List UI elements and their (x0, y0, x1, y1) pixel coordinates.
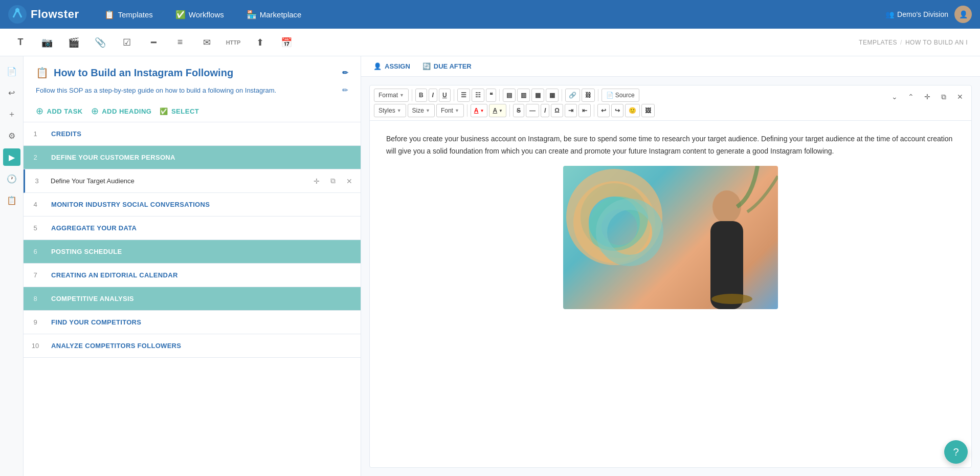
panel-title: 📋 How to Build an Instagram Following ✏ (36, 67, 348, 79)
source-button[interactable]: 📄 Source (602, 89, 639, 102)
collapse-down-button[interactable]: ⌄ (887, 90, 902, 104)
emoji-button[interactable]: 🙂 (625, 104, 640, 117)
align-right-button[interactable]: ▦ (531, 89, 544, 102)
indent-more-button[interactable]: ⇥ (565, 104, 577, 117)
bold-button[interactable]: B (415, 89, 427, 102)
side-copy[interactable]: 📋 (3, 191, 20, 209)
task-number: 5 (24, 224, 47, 232)
task-label: AGGREGATE YOUR DATA (47, 218, 361, 238)
drag-handle-icon[interactable]: ✛ (309, 174, 324, 188)
editor-content[interactable]: Before you create your business account … (370, 121, 971, 467)
select-button[interactable]: ✅ SELECT (160, 105, 199, 117)
blockquote-button[interactable]: ❝ (486, 89, 496, 102)
special-char-button[interactable]: Ω (551, 104, 563, 117)
task-item[interactable]: 8 COMPETITIVE ANALYSIS (24, 287, 361, 311)
tool-attach[interactable]: 📎 (92, 34, 108, 51)
collapse-up-button[interactable]: ⌃ (904, 90, 918, 104)
task-item[interactable]: 10 ANALYZE COMPETITORS FOLLOWERS (24, 334, 361, 358)
tool-check[interactable]: ☑ (119, 34, 135, 51)
due-after-button[interactable]: 🔄 DUE AFTER (422, 62, 472, 70)
task-item[interactable]: 9 FIND YOUR COMPETITORS (24, 311, 361, 334)
edit-desc-button[interactable]: ✏ (342, 86, 348, 94)
task-input-field[interactable] (49, 171, 309, 191)
tool-email[interactable]: ✉ (198, 34, 215, 51)
panel-title-icon: 📋 (36, 67, 49, 79)
task-item[interactable]: 6 POSTING SCHEDULE (24, 240, 361, 264)
right-panel-header: 👤 ASSIGN 🔄 DUE AFTER (361, 56, 980, 77)
toolbar-separator (499, 89, 500, 101)
align-left-button[interactable]: ▤ (503, 89, 516, 102)
side-doc[interactable]: 📄 (3, 62, 20, 80)
underline-button[interactable]: U (439, 89, 451, 102)
copy-task-icon[interactable]: ⧉ (326, 174, 340, 188)
styles-dropdown-arrow-icon: ▼ (397, 108, 402, 113)
side-settings[interactable]: ⚙ (3, 127, 20, 144)
nav-templates[interactable]: 📋 Templates (99, 7, 158, 23)
tool-text[interactable]: T (12, 34, 29, 51)
task-number: 3 (25, 177, 49, 185)
main-layout: 📄 ↩ ＋ ⚙ ▶ 🕐 📋 📋 How to Build an Instagra… (0, 56, 980, 476)
move-button[interactable]: ✛ (920, 90, 934, 104)
nav-marketplace[interactable]: 🏪 Marketplace (241, 7, 307, 23)
duplicate-button[interactable]: ⧉ (937, 90, 951, 104)
add-task-button[interactable]: ⊕ ADD TASK (36, 105, 83, 117)
ordered-list-button[interactable]: ☷ (472, 89, 484, 102)
align-justify-button[interactable]: ▩ (546, 89, 559, 102)
tool-calendar[interactable]: 📅 (278, 34, 295, 51)
align-center-button[interactable]: ▥ (517, 89, 530, 102)
insert-image-button[interactable]: 🖼 (641, 104, 655, 117)
styles-dropdown[interactable]: Styles ▼ (374, 104, 406, 117)
add-task-plus-icon: ⊕ (36, 105, 44, 117)
task-item[interactable]: 2 DEFINE YOUR CUSTOMER PERSONA (24, 146, 361, 169)
close-editor-button[interactable]: ✕ (953, 90, 967, 104)
horizontal-rule-button[interactable]: — (526, 104, 539, 117)
tool-image[interactable]: 📷 (39, 34, 55, 51)
side-plus[interactable]: ＋ (3, 105, 20, 123)
help-fab-button[interactable]: ? (944, 440, 968, 464)
format-dropdown[interactable]: Format ▼ (374, 89, 409, 102)
editor-container: ⌄ ⌃ ✛ ⧉ ✕ Format ▼ B I U ☰ (369, 85, 972, 468)
nav-workflows[interactable]: ✅ Workflows (170, 7, 229, 23)
task-item[interactable]: 4 MONITOR INDUSTRY SOCIAL CONVERSATIONS (24, 193, 361, 217)
undo-button[interactable]: ↩ (597, 104, 610, 117)
edit-title-button[interactable]: ✏ (342, 69, 348, 77)
toolbar-separator (562, 89, 562, 101)
editor-toolbar-row2: Styles ▼ Size ▼ Font ▼ A▼ A▼ S (374, 104, 967, 117)
delete-task-icon[interactable]: ✕ (342, 174, 357, 188)
logo-area[interactable]: Flowster (8, 5, 79, 24)
link-button[interactable]: 🔗 (565, 89, 580, 102)
side-play[interactable]: ▶ (3, 148, 20, 166)
user-division[interactable]: 👥 Demo's Division (885, 10, 948, 18)
avatar[interactable]: 👤 (954, 6, 972, 23)
task-item[interactable]: 7 CREATING AN EDITORIAL CALENDAR (24, 264, 361, 287)
italic2-button[interactable]: I (541, 104, 549, 117)
tool-list[interactable]: ≡ (172, 34, 188, 51)
task-item[interactable]: 3 ✛ ⧉ ✕ (24, 169, 361, 193)
size-dropdown[interactable]: Size ▼ (408, 104, 435, 117)
task-item[interactable]: 5 AGGREGATE YOUR DATA (24, 217, 361, 240)
tool-video[interactable]: 🎬 (65, 34, 82, 51)
breadcrumb: TEMPLATES / HOW TO BUILD AN I (859, 39, 968, 46)
add-heading-button[interactable]: ⊕ ADD HEADING (91, 105, 152, 117)
assign-button[interactable]: 👤 ASSIGN (373, 62, 410, 70)
right-panel: 👤 ASSIGN 🔄 DUE AFTER ⌄ ⌃ ✛ ⧉ ✕ For (361, 56, 980, 476)
task-label: FIND YOUR COMPETITORS (47, 312, 361, 332)
panel-header: 📋 How to Build an Instagram Following ✏ … (24, 56, 361, 100)
tool-http[interactable]: HTTP (225, 34, 241, 51)
side-undo[interactable]: ↩ (3, 84, 20, 101)
bullet-list-button[interactable]: ☰ (457, 89, 470, 102)
toolbar-separator (509, 104, 510, 117)
indent-less-button[interactable]: ⇤ (578, 104, 591, 117)
side-clock[interactable]: 🕐 (3, 170, 20, 187)
tool-upload[interactable]: ⬆ (252, 34, 268, 51)
task-item[interactable]: 1 CREDITS (24, 122, 361, 146)
font-color-button[interactable]: A▼ (471, 104, 488, 117)
editor-toolbar: Format ▼ B I U ☰ ☷ ❝ ▤ ▥ ▦ ▩ (370, 85, 971, 121)
tool-divider[interactable]: ━ (145, 34, 162, 51)
bg-color-button[interactable]: A▼ (489, 104, 506, 117)
unlink-button[interactable]: ⛓ (582, 89, 595, 102)
strikethrough-button[interactable]: S (513, 104, 524, 117)
font-dropdown[interactable]: Font ▼ (436, 104, 464, 117)
italic-button[interactable]: I (429, 89, 437, 102)
redo-button[interactable]: ↪ (611, 104, 623, 117)
